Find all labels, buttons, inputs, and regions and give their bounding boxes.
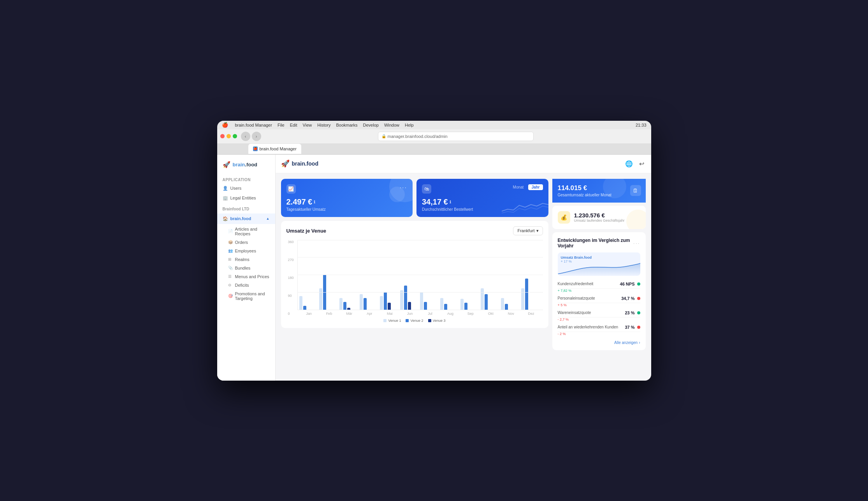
menu-view[interactable]: View (301, 123, 314, 127)
promotions-label: Promotions and Targeting (235, 291, 270, 301)
sidebar-item-deficits[interactable]: ⊖ Deficits (217, 281, 275, 289)
bar-mar-v3 (347, 308, 350, 310)
alle-anzeigen-button[interactable]: Alle anzeigen › (558, 340, 640, 345)
menus-icon: ☰ (228, 274, 233, 279)
browser-tab[interactable]: 🍎 brain.food Manager (248, 144, 301, 154)
logo-icon: 🚀 (223, 161, 230, 168)
back-button[interactable]: ‹ (241, 132, 250, 141)
sidebar-item-employees[interactable]: 👥 Employees (217, 247, 275, 255)
wareneinsatz-label: Wareneinsatzquote (558, 310, 591, 315)
bar-group-jul (420, 292, 440, 310)
bar-group-jun (400, 286, 420, 310)
traffic-lights (220, 134, 237, 138)
period-toggle: Monat Jahr (510, 184, 543, 190)
orders-label: Orders (235, 240, 248, 245)
bar-chart (297, 240, 543, 310)
app-header-bar: 🚀 brain.food 🌐 ↩ (276, 155, 651, 173)
revenue-trend-icon: 📈 (286, 184, 296, 194)
menu-edit[interactable]: Edit (288, 123, 299, 127)
header-logo: 🚀 brain.food (281, 159, 318, 168)
sidebar-item-legal-entities[interactable]: 🏢 Legal Entities (217, 193, 275, 203)
development-panel: Entwicklungen im Vergleich zum Vorjahr ·… (552, 232, 646, 350)
logout-button[interactable]: ↩ (638, 159, 646, 169)
bar-group-mai (380, 292, 400, 310)
total-year-card: 💰 1.230.576 € Umsatz laufendes Geschäfts… (552, 206, 646, 229)
daily-revenue-label: Tagesaktueller Umsatz (286, 207, 408, 212)
sidebar-group-content: 📄 Articles and Recipes 📦 Orders 👥 Employ… (217, 224, 275, 303)
translate-button[interactable]: 🌐 (624, 159, 634, 169)
realms-icon: ⊞ (228, 257, 233, 261)
menu-window[interactable]: Window (383, 123, 401, 127)
address-bar[interactable]: 🔒 manager.brainfood.cloud/admin (378, 132, 534, 141)
minimize-window-button[interactable] (227, 134, 231, 138)
browser-chrome: ‹ › 🔒 manager.brainfood.cloud/admin 🍎 br… (217, 129, 651, 155)
dev-area-chart (558, 260, 640, 276)
bar-group-feb (319, 275, 339, 310)
sidebar-item-users[interactable]: 👤 Users (217, 183, 275, 193)
bar-jul-v2 (424, 302, 427, 310)
sidebar-users-label: Users (230, 186, 242, 191)
legend-venue2: Venue 2 (406, 319, 423, 323)
bundles-label: Bundles (235, 266, 251, 270)
avg-info-icon: ℹ (450, 200, 451, 204)
y-axis-labels: 360 270 180 90 0 (288, 240, 294, 316)
menu-file[interactable]: File (276, 123, 286, 127)
logo: 🚀 brain.food (217, 161, 275, 175)
menu-history[interactable]: History (316, 123, 332, 127)
main-content: 📈 ··· 2.497 € ℹ Tagesaktueller Umsatz (276, 173, 651, 381)
sidebar-item-orders[interactable]: 📦 Orders (217, 238, 275, 247)
close-window-button[interactable] (220, 134, 225, 138)
x-label-jun: Jun (400, 312, 420, 316)
kundenzufriedenheit-change: + 7,82 % (558, 289, 640, 294)
menu-develop[interactable]: Develop (362, 123, 380, 127)
apple-icon: 🍎 (220, 122, 230, 128)
articles-label: Articles and Recipes (235, 227, 270, 236)
legend-dot-v1 (383, 319, 387, 322)
sidebar-legal-label: Legal Entities (230, 196, 256, 200)
period-monat-button[interactable]: Monat (510, 184, 527, 190)
header-logo-text: brain.food (292, 161, 318, 167)
wareneinsatz-change: - 2,7 % (558, 318, 640, 323)
bar-group-sep (460, 299, 481, 310)
lock-icon: 🔒 (381, 134, 386, 138)
x-axis-labels: Jan Feb Mär Apr Mai Jun Jul Aug (297, 310, 543, 316)
dev-panel-menu-button[interactable]: ··· (633, 240, 640, 246)
sidebar-item-promotions[interactable]: 🎯 Promotions and Targeting (217, 289, 275, 303)
total-month-label: Gesamtumsatz aktueller Monat (558, 193, 640, 197)
bar-dez-v2 (525, 279, 528, 310)
x-label-mai: Mai (380, 312, 400, 316)
bar-sep-v2 (464, 303, 467, 310)
menu-help[interactable]: Help (403, 123, 415, 127)
tab-title: brain.food Manager (260, 146, 297, 151)
menu-bookmarks[interactable]: Bookmarks (335, 123, 359, 127)
bar-mai-v3 (388, 303, 391, 310)
sidebar-item-realms[interactable]: ⊞ Realms (217, 255, 275, 264)
bar-okt-v2 (485, 294, 488, 310)
chart-filter-button[interactable]: Frankfurt ▾ (513, 226, 543, 235)
legend-dot-v3 (428, 319, 431, 322)
bar-group-dez (521, 279, 541, 310)
forward-button[interactable]: › (252, 132, 261, 141)
right-panel: 🗓 114.015 € Gesamtumsatz aktueller Monat… (552, 179, 646, 375)
bar-jun-v2 (404, 286, 407, 310)
maximize-window-button[interactable] (233, 134, 237, 138)
bar-group-okt (481, 288, 501, 310)
sidebar-item-menus-and-prices[interactable]: ☰ Menus and Prices (217, 272, 275, 281)
employees-icon: 👥 (228, 249, 233, 253)
url-text: manager.brainfood.cloud/admin (388, 134, 448, 139)
bar-aug-v1 (440, 298, 443, 310)
alle-anzeigen-arrow-icon: › (639, 340, 640, 345)
bar-nov-v2 (505, 304, 508, 310)
wiederkehrende-label: Anteil an wiederkehrenden Kunden (558, 325, 618, 329)
stats-row: 📈 ··· 2.497 € ℹ Tagesaktueller Umsatz (281, 179, 548, 217)
period-jahr-button[interactable]: Jahr (528, 184, 543, 190)
bar-group-jan (299, 296, 320, 310)
sidebar-item-bundles[interactable]: 📎 Bundles (217, 264, 275, 272)
bar-group-nov (501, 298, 521, 310)
sidebar-group-header[interactable]: 🏠 brain.food ▲ (217, 213, 275, 224)
chart-title: Umsatz je Venue (286, 228, 327, 234)
deficits-label: Deficits (235, 283, 249, 288)
dev-chart-area: Umsatz Brain.food + 17 % (558, 252, 640, 276)
sidebar-item-articles-and-recipes[interactable]: 📄 Articles and Recipes (217, 225, 275, 238)
menu-safari[interactable]: brain.food Manager (234, 123, 274, 127)
